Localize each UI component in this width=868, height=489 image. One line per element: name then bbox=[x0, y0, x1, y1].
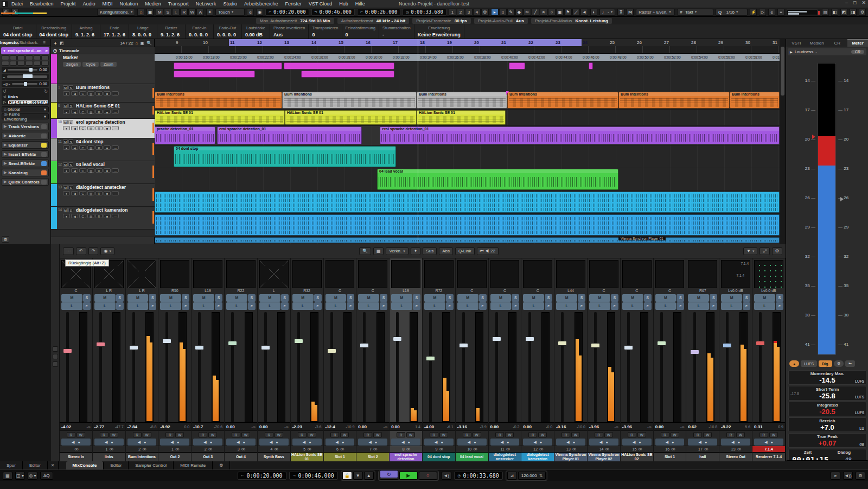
channel-listen-button[interactable]: L bbox=[292, 302, 314, 310]
channel-listen-button[interactable]: L bbox=[193, 302, 214, 310]
track-filter-icon[interactable]: ▣ bbox=[140, 41, 144, 46]
write-automation-button[interactable]: W bbox=[208, 432, 217, 437]
menu-arbeitsbereiche[interactable]: Arbeitsbereiche bbox=[244, 1, 278, 7]
mute-button[interactable]: M bbox=[63, 162, 68, 167]
read-automation-button[interactable]: R bbox=[199, 432, 207, 437]
erase-tool[interactable]: ✂ bbox=[524, 9, 531, 16]
loudness-settings-icon[interactable]: ⚙ bbox=[834, 360, 844, 367]
split-tool[interactable]: ╱ bbox=[532, 9, 539, 16]
output-routing-row[interactable]: 12○○ bbox=[521, 446, 554, 452]
info-field-beschreibung[interactable]: Beschreibung04 dont stop bbox=[36, 24, 73, 39]
info-field-ende[interactable]: Ende17. 1. 2. 6 bbox=[100, 24, 129, 39]
track-row-marker[interactable]: MarkerZeigenCycleZoom bbox=[51, 54, 155, 84]
solo-button[interactable]: S bbox=[68, 139, 73, 144]
write-automation-button[interactable]: W bbox=[439, 432, 448, 437]
w-button[interactable]: ■ bbox=[104, 191, 111, 195]
workspace-1-button[interactable]: 1 bbox=[449, 9, 456, 16]
zone-left-icon[interactable]: ◧ bbox=[831, 9, 838, 16]
output-routing-row[interactable]: 10○○ bbox=[456, 446, 488, 452]
channel-solo-button[interactable]: S bbox=[676, 294, 684, 302]
setup-icon[interactable]: ⚙ bbox=[859, 9, 866, 16]
channel-edit-button[interactable]: e bbox=[578, 302, 585, 310]
r-button[interactable]: R bbox=[95, 168, 103, 173]
channel-listen-button[interactable]: L bbox=[589, 302, 610, 310]
channel-mute-button[interactable]: M bbox=[61, 294, 82, 302]
range-tool[interactable]: ▯ bbox=[499, 9, 507, 16]
workspace-4-button[interactable]: 4 bbox=[473, 9, 481, 16]
track-control-1[interactable] bbox=[10, 55, 17, 60]
absolute-button[interactable]: Abs bbox=[439, 247, 453, 255]
nudge-select[interactable]: ♩ - bbox=[599, 9, 615, 16]
r-button[interactable]: R bbox=[95, 214, 103, 218]
pan-scope[interactable] bbox=[292, 260, 322, 288]
inspector-track-header[interactable]: ▼erol sprache d...one bbox=[1, 47, 49, 54]
pan-scope[interactable] bbox=[556, 260, 585, 288]
maximize-button[interactable]: □ bbox=[853, 0, 856, 5]
freeze-button[interactable]: ▥ bbox=[87, 110, 94, 114]
channel-edit-button[interactable]: e bbox=[644, 302, 652, 310]
sends-row[interactable]: ◀● bbox=[622, 439, 652, 446]
right-locator-display[interactable]: ¬0:00:46.000 bbox=[311, 9, 355, 16]
pencil-tool[interactable]: ✎ bbox=[507, 9, 515, 16]
w-button[interactable]: ■ bbox=[104, 110, 111, 114]
menu-hilfe[interactable]: Hilfe bbox=[355, 1, 365, 7]
info-field-fade-out[interactable]: Fade-Out0. 0. 0. 0 bbox=[214, 24, 242, 39]
read-automation-button[interactable]: R bbox=[693, 432, 702, 437]
record-arm-button[interactable]: ● bbox=[63, 91, 70, 96]
mixer-rail-zoom-icon[interactable] bbox=[53, 346, 58, 352]
volume-slider[interactable]: ◢0.00 bbox=[2, 67, 49, 73]
mixer-filter-icon[interactable]: ▼ bbox=[743, 247, 757, 255]
w-button[interactable]: ■ bbox=[104, 145, 111, 150]
read-automation-button[interactable]: R bbox=[100, 432, 108, 437]
clip-erol-sprache-detection-2[interactable]: erol sprache detection_01 bbox=[380, 126, 780, 144]
color-tool-icon[interactable]: ◗ bbox=[590, 9, 597, 16]
channel-solo-button[interactable]: S bbox=[611, 294, 618, 302]
fader-cap[interactable] bbox=[459, 343, 468, 348]
track-preset-icon[interactable]: ◩ bbox=[60, 41, 64, 46]
channel-listen-button[interactable]: L bbox=[457, 302, 478, 310]
sends-row[interactable]: ◀● bbox=[160, 439, 189, 446]
channel-solo-button[interactable]: S bbox=[545, 294, 552, 302]
channel-solo-button[interactable]: S bbox=[413, 294, 420, 302]
input-routing[interactable]: ⊲links bbox=[3, 94, 48, 99]
clip-lead-vocal-0[interactable]: 04 lead vocal bbox=[377, 169, 618, 190]
mute-button[interactable]: M bbox=[63, 208, 68, 212]
freeze-button[interactable]: ▥ bbox=[87, 126, 94, 130]
read-button[interactable]: C bbox=[79, 191, 86, 195]
write-automation-button[interactable]: W bbox=[473, 432, 481, 437]
channel-mute-button[interactable]: M bbox=[94, 294, 116, 302]
more-button[interactable]: ⋯ bbox=[112, 110, 119, 114]
freeze-button[interactable]: ▥ bbox=[87, 214, 94, 218]
sends-row[interactable]: ◀● bbox=[292, 439, 322, 446]
channel-edit-button[interactable]: e bbox=[512, 302, 519, 310]
pan-scope[interactable] bbox=[193, 260, 222, 288]
info-field-erweiterung[interactable]: ErweiterungKeine Erweiterung bbox=[414, 24, 464, 39]
read-automation-button[interactable]: R bbox=[67, 432, 75, 437]
channel-solo-button[interactable]: S bbox=[578, 294, 585, 302]
mixer-expand-icon[interactable]: ⤢ bbox=[760, 247, 769, 255]
menu-transport[interactable]: Transport bbox=[168, 1, 189, 7]
more-button[interactable]: ⋯ bbox=[112, 91, 119, 96]
menu-netzwerk[interactable]: Netzwerk bbox=[196, 1, 216, 7]
channel-mute-button[interactable]: M bbox=[424, 294, 445, 302]
output-routing-row[interactable]: 8○○ bbox=[390, 446, 422, 452]
sends-row[interactable]: ◀● bbox=[754, 439, 783, 446]
channel-mute-button[interactable]: M bbox=[721, 294, 742, 302]
channel-mute-button[interactable]: M bbox=[523, 294, 544, 302]
freeze-button[interactable]: ▥ bbox=[87, 145, 94, 150]
channel-listen-button[interactable]: L bbox=[127, 302, 149, 310]
sends-row[interactable]: ◀● bbox=[556, 439, 585, 446]
lower-tab-editor[interactable]: Editor bbox=[104, 461, 129, 469]
channel-mute-button[interactable]: M bbox=[326, 294, 347, 302]
pan-scope[interactable] bbox=[226, 260, 256, 288]
info-field-phase-invertieren[interactable]: Phase invertierenAus bbox=[270, 24, 309, 39]
w-button[interactable]: ■ bbox=[104, 168, 111, 173]
write-automation-button[interactable]: W bbox=[241, 432, 250, 437]
channel-strip-21[interactable]: 7.1.47.1.4Lv0.0 dBMSLe-5.225.6RW◀●23○○St… bbox=[719, 258, 752, 461]
info-field-datei[interactable]: Datei04 dont stop bbox=[0, 24, 36, 39]
output-routing-row[interactable]: 23○○ bbox=[719, 446, 752, 452]
record-arm-button[interactable]: ● bbox=[63, 126, 70, 130]
channel-solo-button[interactable]: S bbox=[149, 294, 156, 302]
pan-scope[interactable] bbox=[523, 260, 552, 288]
output-routing-row[interactable]: 17○○ bbox=[686, 446, 719, 452]
